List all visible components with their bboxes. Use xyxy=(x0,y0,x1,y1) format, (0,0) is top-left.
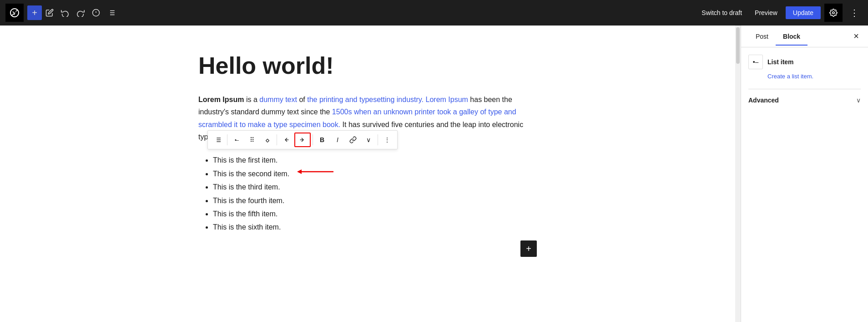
list-item[interactable]: This is the fifth item. xyxy=(213,208,537,220)
preview-button[interactable]: Preview xyxy=(750,6,782,19)
undo-button[interactable] xyxy=(57,6,73,20)
info-button[interactable] xyxy=(88,6,104,20)
list-item-text-6: This is the sixth item. xyxy=(213,223,281,231)
update-button[interactable]: Update xyxy=(786,6,821,19)
sidebar-header: Post Block × xyxy=(741,26,868,47)
wp-logo[interactable] xyxy=(5,4,24,22)
svg-point-9 xyxy=(833,12,835,14)
list-item-text-3: This is the third item. xyxy=(213,183,280,191)
block-info: •– List item xyxy=(748,55,861,69)
dropdown-button[interactable]: ∨ xyxy=(361,133,376,147)
move-up-down-button[interactable] xyxy=(260,133,275,147)
block-type-icon: •– xyxy=(748,55,763,69)
list-item-text-5: This is the fifth item. xyxy=(213,210,278,218)
chevron-down-icon: ∨ xyxy=(856,97,861,104)
italic-button[interactable]: I xyxy=(330,133,345,147)
list-view-button[interactable] xyxy=(104,6,119,20)
tab-block[interactable]: Block xyxy=(776,27,807,46)
lorem-ipsum-bold: Lorem Ipsum xyxy=(198,96,244,103)
post-title[interactable]: Hello world! xyxy=(198,53,537,79)
toolbar-divider-2 xyxy=(277,134,277,145)
switch-to-draft-button[interactable]: Switch to draft xyxy=(697,6,747,19)
outdent-button[interactable] xyxy=(279,133,293,147)
redo-button[interactable] xyxy=(73,6,88,20)
block-description[interactable]: Create a list item. xyxy=(748,73,861,80)
list-item-text-1: This is the first item. xyxy=(213,156,278,164)
more-options-button[interactable]: ⋮ xyxy=(846,5,863,20)
toolbar-divider-3 xyxy=(313,134,313,145)
tab-post[interactable]: Post xyxy=(748,27,776,46)
toolbar-divider-4 xyxy=(378,134,378,145)
printing-link[interactable]: the printing and typesetting industry. L… xyxy=(307,96,468,103)
link-button[interactable] xyxy=(346,133,360,147)
block-name-label: List item xyxy=(767,58,794,66)
sidebar-body: •– List item Create a list item. Advance… xyxy=(741,47,868,113)
advanced-section-header[interactable]: Advanced ∨ xyxy=(748,95,861,106)
edit-tool-button[interactable] xyxy=(42,6,57,20)
top-bar: + Switch to draft Preview Update ⋮ xyxy=(0,0,868,26)
list-item[interactable]: This is the sixth item. xyxy=(213,221,537,233)
svg-marker-19 xyxy=(297,169,302,174)
indent-button[interactable] xyxy=(294,133,311,147)
block-toolbar: •– ⠿ B I xyxy=(207,130,398,149)
sidebar-close-button[interactable]: × xyxy=(852,29,861,43)
list-item-type-button[interactable]: •– xyxy=(229,133,244,147)
list-view-tool-button[interactable] xyxy=(211,133,225,147)
list-item-text-2: This is the second item. xyxy=(213,170,289,178)
toolbar-divider-1 xyxy=(227,134,227,145)
post-body-text1: is a xyxy=(246,96,259,103)
drag-handle-button[interactable]: ⠿ xyxy=(245,133,259,147)
editor-content: Hello world! Lorem Ipsum is a dummy text… xyxy=(177,53,559,257)
list-item[interactable]: This is the first item. xyxy=(213,154,537,166)
post-body-text2: of xyxy=(299,96,307,103)
block-toolbar-wrapper: •– ⠿ B I xyxy=(198,154,537,233)
more-options-tool-button[interactable]: ⋮ xyxy=(380,133,394,147)
advanced-label: Advanced xyxy=(748,97,779,104)
post-list: This is the first item. This is the seco… xyxy=(213,154,537,233)
settings-button[interactable] xyxy=(824,4,843,22)
scrollbar-track[interactable] xyxy=(735,26,741,322)
top-bar-right: Switch to draft Preview Update ⋮ xyxy=(697,4,863,22)
list-item-text-4: This is the fourth item. xyxy=(213,197,284,204)
sidebar-tabs: Post Block xyxy=(748,27,807,46)
dummy-text-link[interactable]: dummy text xyxy=(259,96,297,103)
arrow-indicator xyxy=(297,167,338,180)
list-item-selected[interactable]: This is the second item. xyxy=(213,167,537,180)
sidebar: Post Block × •– List item Create a list … xyxy=(741,26,868,322)
list-item[interactable]: This is the third item. xyxy=(213,181,537,193)
editor-area: Hello world! Lorem Ipsum is a dummy text… xyxy=(0,26,735,322)
bold-button[interactable]: B xyxy=(315,133,329,147)
list-item[interactable]: This is the fourth item. xyxy=(213,194,537,207)
add-block-inline-button[interactable]: + xyxy=(520,240,537,257)
add-block-button[interactable]: + xyxy=(27,5,42,20)
scrollbar-thumb[interactable] xyxy=(736,27,740,64)
main-layout: Hello world! Lorem Ipsum is a dummy text… xyxy=(0,26,868,322)
advanced-section: Advanced ∨ xyxy=(748,89,861,106)
